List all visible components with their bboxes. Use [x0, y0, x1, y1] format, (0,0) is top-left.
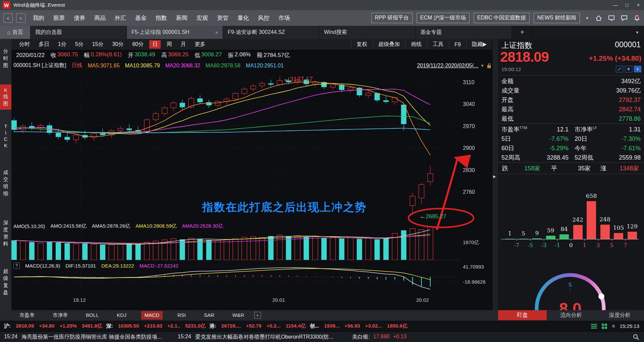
menu-item-股票[interactable]: 股票 — [53, 14, 65, 22]
menu-item-基金[interactable]: 基金 — [135, 14, 147, 22]
indicator-tab-W&R[interactable]: W&R — [229, 311, 248, 320]
tab-F5-上证综指 000001.SH[interactable]: F5-上证综指 000001.SH× — [127, 26, 223, 39]
sidebar-item-TICK[interactable]: TICK — [0, 123, 11, 148]
minimize-button[interactable]: — — [610, 1, 621, 9]
gauge-knob[interactable] — [598, 293, 604, 299]
news-item[interactable]: 15:24海亮股份第一批医疗防疫用铜管出库 驰援全国各类防疫项... — [4, 334, 162, 341]
tab-close-icon[interactable]: × — [212, 30, 218, 35]
menu-item-债券[interactable]: 债券 — [74, 14, 85, 22]
indicator-tab-市净率[interactable]: 市净率 — [49, 311, 71, 320]
menu-item-资管[interactable]: 资管 — [217, 14, 228, 22]
indicator-tab-KDJ[interactable]: KDJ — [113, 311, 129, 320]
ma-value: MA10:3085.79 — [125, 63, 160, 69]
sidebar-item-分时图[interactable]: 分时图 — [0, 48, 11, 69]
shortcut-edbc[interactable]: EDBC 中国宏观数据 — [474, 13, 530, 23]
chat-icon[interactable] — [620, 14, 629, 22]
menu-item-新闻[interactable]: 新闻 — [176, 14, 187, 22]
tabbar-chevron-down-icon[interactable]: ▼ — [631, 26, 644, 39]
sidebar-item-深度资料[interactable]: 深度资料 — [0, 220, 11, 247]
sidebar-item-K线图[interactable]: K线图 — [0, 84, 11, 110]
indicator-tab-MACD[interactable]: MACD — [141, 311, 163, 320]
tab-基金专题[interactable]: 基金专题 — [416, 26, 512, 39]
hamburger-icon[interactable]: ≡ — [612, 323, 615, 329]
panel-collapse-handle[interactable]: ▶ — [493, 174, 496, 179]
maximize-button[interactable]: □ — [621, 1, 633, 9]
menu-item-量化[interactable]: 量化 — [237, 14, 249, 22]
grid-icon[interactable] — [602, 324, 607, 329]
date-range-selector[interactable]: 2019/11/22-2020/02/05(... ▼ — [417, 63, 492, 69]
menu-item-市场[interactable]: 市场 — [278, 14, 290, 22]
help-icon[interactable]: ? — [13, 263, 20, 269]
menu-item-外汇[interactable]: 外汇 — [115, 14, 126, 22]
tab-home[interactable]: ⌂ 首页 — [0, 26, 31, 39]
news-item[interactable]: 15:24爱克发推出大幅面卷对卷喷墨打印机OberonRTR3300(纺... — [178, 334, 333, 341]
alert-bell-icon[interactable] — [625, 66, 632, 72]
add-tab-button[interactable]: + — [512, 26, 533, 39]
shortcut-rpp[interactable]: RPP 研报平台 — [371, 13, 413, 23]
indicator-tab-市盈率[interactable]: 市盈率 — [16, 311, 38, 320]
list-icon[interactable] — [591, 324, 597, 329]
hist-bar — [614, 233, 623, 239]
sentiment-gauge[interactable]: 5 8.0 — [498, 256, 644, 310]
edit-icon[interactable] — [616, 66, 623, 72]
hist-tick-label: 7 — [619, 242, 631, 248]
close-button[interactable]: × — [633, 1, 644, 9]
menu-item-商品[interactable]: 商品 — [94, 14, 106, 22]
tab-F9-迪安诊断 300244.SZ[interactable]: F9-迪安诊断 300244.SZ — [223, 26, 319, 39]
hist-bar — [559, 234, 569, 239]
menu-item-我的[interactable]: 我的 — [33, 14, 44, 22]
period-buttons: 分时多日1分5分15分30分60分日周月更多 — [16, 40, 208, 49]
period-多日[interactable]: 多日 — [36, 40, 52, 49]
amo-chart[interactable]: 1870亿 — [11, 227, 493, 261]
monitor-icon[interactable] — [607, 14, 616, 22]
indicator-tab-RSI[interactable]: RSI — [174, 311, 189, 320]
svg-text:-18.96626: -18.96626 — [463, 279, 486, 285]
tab-我的自选股[interactable]: 我的自选股 — [31, 26, 127, 39]
menu-item-指数[interactable]: 指数 — [156, 14, 167, 22]
indicator-tab-BOLL[interactable]: BOLL — [83, 311, 102, 320]
advance-decline-histogram[interactable]: 1595984242658248105129-7-5-3-101357 — [498, 174, 644, 255]
tab-Wind搜索[interactable]: Wind搜索 — [319, 26, 416, 39]
forward-button[interactable]: › — [16, 13, 25, 23]
sidebar-item-成交明细[interactable]: 成交明细 — [0, 169, 11, 197]
period-日[interactable]: 日 — [149, 40, 161, 49]
panel-tab-深度分析[interactable]: 深度分析 — [595, 310, 644, 320]
period-60分[interactable]: 60分 — [129, 40, 147, 49]
panel-tab-流向分析[interactable]: 流向分析 — [547, 310, 595, 320]
breadth-跌: 跌 — [502, 164, 508, 172]
sidebar-item-超级复盘[interactable]: 超级复盘 — [0, 268, 11, 296]
hist-bar — [573, 225, 583, 239]
shortcuts-chevron-down-icon[interactable]: ▼ — [584, 16, 590, 20]
kline-chart[interactable]: 311030402970290028302760 — [11, 71, 493, 222]
tool-隐藏[interactable]: 隐藏▶ — [466, 40, 492, 49]
add-watchlist-icon[interactable]: + — [634, 66, 641, 72]
add-indicator-button[interactable]: + — [254, 312, 261, 319]
period-30分[interactable]: 30分 — [109, 40, 127, 49]
period-15分[interactable]: 15分 — [89, 40, 107, 49]
shortcut-news[interactable]: NEWS 财经新闻 — [534, 13, 580, 23]
tool-复权[interactable]: 复权 — [351, 40, 373, 49]
tool-工具[interactable]: 工具 — [427, 40, 449, 49]
bell-icon[interactable] — [633, 14, 641, 22]
shortcut-ecm[interactable]: ECM 沪深一级市场 — [417, 13, 470, 23]
indicator-tab-SAR[interactable]: SAR — [201, 311, 218, 320]
home-icon[interactable] — [594, 14, 603, 22]
svg-text:2900: 2900 — [463, 145, 475, 151]
quote-row-最低: 最低2778.86 — [501, 114, 641, 123]
period-1分[interactable]: 1分 — [55, 40, 69, 49]
period-更多[interactable]: 更多 — [192, 40, 208, 49]
tool-画线[interactable]: 画线 — [405, 40, 427, 49]
tool-F9[interactable]: F9 — [449, 41, 466, 48]
macd-indicator-name[interactable]: MACD(12,26,9) — [25, 263, 60, 269]
period-5分[interactable]: 5分 — [72, 40, 87, 49]
tab-label: F5-上证综指 000001.SH — [131, 29, 190, 36]
search-icon[interactable] — [633, 334, 639, 340]
menu-item-风控[interactable]: 风控 — [258, 14, 269, 22]
period-周[interactable]: 周 — [163, 40, 175, 49]
period-月[interactable]: 月 — [177, 40, 189, 49]
tool-超级叠加[interactable]: 超级叠加 — [373, 40, 405, 49]
period-分时[interactable]: 分时 — [16, 40, 33, 49]
menu-item-宏观[interactable]: 宏观 — [197, 14, 208, 22]
back-button[interactable]: ‹ — [3, 13, 13, 23]
panel-tab-盯盘[interactable]: 盯盘 — [498, 310, 547, 320]
